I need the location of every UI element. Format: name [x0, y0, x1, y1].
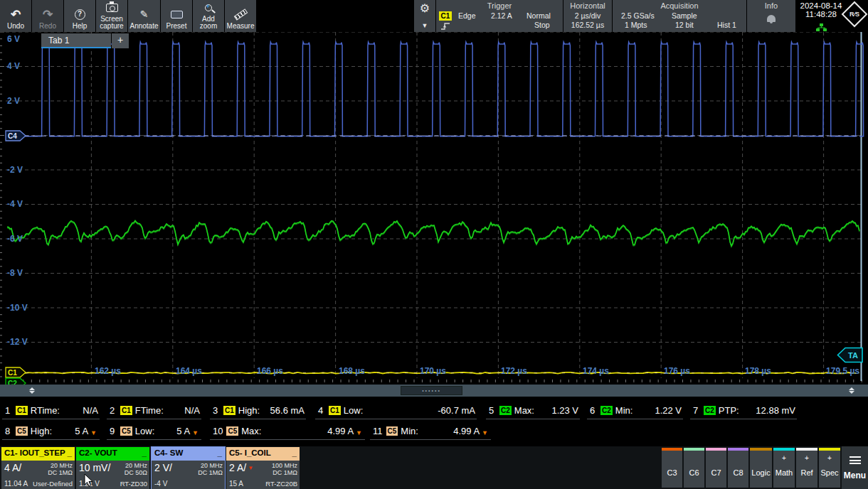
- scroll-arrows-right[interactable]: [847, 386, 857, 395]
- x-axis-label: 162 µs: [95, 366, 121, 376]
- info-block[interactable]: Info: [747, 0, 795, 32]
- hamburger-icon: [850, 456, 861, 464]
- annotate-button[interactable]: ✎ Annotate: [128, 0, 160, 32]
- x-axis-label: 170 µs: [420, 366, 446, 376]
- x-axis-label: 166 µs: [257, 366, 283, 376]
- info-title: Info: [747, 1, 795, 10]
- channel-box-c1[interactable]: C1- IOUT_STEP_ 4 A/ 20 MHzDC 1MΩ 11.04 A…: [1, 447, 75, 489]
- trigger-type: Edge: [458, 11, 476, 20]
- color-strip: [662, 448, 682, 451]
- logic-button[interactable]: Logic: [750, 448, 772, 488]
- datetime-block: 2024-08-14 11:48:28 R∕S: [796, 0, 868, 32]
- channel-box-c5[interactable]: C5- I_COIL_ 2 A/▼ 100 MHzDC 1MΩ 15 A RT-…: [226, 447, 300, 489]
- date-label: 2024-08-14: [796, 1, 846, 10]
- undo-button[interactable]: ↶ Undo: [0, 0, 31, 32]
- horizontal-scrollbar[interactable]: ••••••: [0, 385, 868, 397]
- measurement-cell[interactable]: 9C5Low:5 A▼: [107, 422, 201, 440]
- plus-icon: +: [773, 454, 795, 462]
- x-axis-label: 176 µs: [664, 366, 690, 376]
- edge-rising-icon: [440, 21, 450, 31]
- channel-offset: 15 A: [229, 480, 243, 488]
- x-axis-label: 164 µs: [176, 366, 202, 376]
- channel-bandwidth: 100 MHzDC 1MΩ: [272, 462, 297, 476]
- top-toolbar: ↶ Undo ↷ Redo ? Help Screen capture ✎ An…: [0, 0, 868, 32]
- acquisition-block[interactable]: Acquisition 2.5 GSa/s Sample 1 Mpts 12 b…: [613, 0, 746, 32]
- sample-rate: 2.5 GSa/s: [621, 11, 655, 20]
- limit-arrow-icon: ▼: [192, 429, 199, 436]
- channel-badge: C1: [329, 406, 341, 415]
- redo-button[interactable]: ↷ Redo: [32, 0, 63, 32]
- chevron-down-icon: ▼: [422, 22, 428, 29]
- measurement-cell[interactable]: 7C2PTP:12.88 mV: [690, 402, 797, 419]
- y-axis-label: 6 V: [7, 34, 20, 44]
- measurement-cell[interactable]: 8C5High:5 A▼: [2, 422, 100, 440]
- preset-button[interactable]: Preset: [161, 0, 192, 32]
- x-axis-label: 172 µs: [501, 366, 527, 376]
- channel-marker-c1[interactable]: C1: [5, 367, 28, 378]
- trigger-level: 2.12 A: [491, 11, 512, 20]
- measurement-cell[interactable]: 3C1High:56.6 mA: [210, 402, 306, 419]
- color-strip: [796, 448, 817, 451]
- channel-badge: C2: [499, 406, 512, 415]
- alert-icon: ▼: [248, 465, 253, 471]
- measurement-cell[interactable]: 5C2Max:1.23 V: [486, 402, 580, 419]
- channel-button-c8[interactable]: C8: [728, 448, 748, 488]
- channel-badge: C5: [386, 426, 398, 436]
- redo-icon: ↷: [43, 6, 53, 23]
- measurement-cell[interactable]: 10C5Max:4.99 A▼: [210, 422, 365, 440]
- color-strip: [728, 448, 748, 451]
- screen-capture-button[interactable]: Screen capture: [96, 0, 127, 32]
- measurement-cell[interactable]: 6C2Min:1.22 V: [587, 402, 683, 419]
- help-button[interactable]: ? Help: [64, 0, 95, 32]
- add-zoom-button[interactable]: Add zoom: [193, 0, 224, 32]
- color-strip: [684, 448, 704, 451]
- plus-icon: +: [796, 454, 817, 462]
- gear-icon: ⚙: [420, 1, 430, 15]
- add-tab-button[interactable]: +: [112, 33, 129, 48]
- svg-text:C4: C4: [8, 132, 17, 140]
- scrollbar-handle[interactable]: ••••••: [401, 386, 462, 395]
- math-button[interactable]: +Math: [773, 448, 795, 488]
- channel-button-c6[interactable]: C6: [684, 448, 704, 488]
- settings-button[interactable]: ⚙ ▼: [414, 0, 435, 32]
- oscilloscope-screen: { "toolbar": { "buttons": [ {"label":"Un…: [0, 0, 868, 489]
- measure-button[interactable]: Measure: [225, 0, 256, 32]
- channel-header: C1- IOUT_STEP_: [1, 447, 75, 461]
- horizontal-title: Horizontal: [563, 1, 612, 10]
- measurement-cell[interactable]: 1C1RTime:N/A: [2, 402, 100, 419]
- waveform-display[interactable]: 6 V 4 V 2 V -2 V -4 V -6 V -8 V -10 V -1…: [0, 32, 868, 385]
- limit-arrow-icon: ▼: [90, 429, 97, 436]
- channel-offset: 11.04 A: [4, 480, 28, 488]
- trigger-mode: Normal: [526, 11, 551, 20]
- horizontal-block[interactable]: Horizontal 2 µs/div 162.52 µs: [563, 0, 612, 32]
- channel-marker-c4[interactable]: C4: [5, 130, 28, 141]
- channel-button-c3[interactable]: C3: [662, 448, 682, 488]
- trigger-state: Stop: [534, 21, 550, 29]
- measurement-cell[interactable]: 11C5Min:4.99 A▼: [370, 422, 491, 440]
- svg-text:C2: C2: [8, 380, 17, 385]
- plus-icon: +: [819, 454, 840, 462]
- scroll-arrows-left[interactable]: [27, 386, 37, 395]
- channel-badge: C2: [704, 406, 716, 415]
- channel-scale: 2 A/▼: [229, 462, 253, 473]
- tab-1[interactable]: Tab 1: [41, 33, 111, 48]
- channel-header: C2- VOUT_: [76, 447, 149, 461]
- y-axis-label: 2 V: [7, 96, 20, 106]
- channel-header: C4- SW_: [152, 447, 225, 461]
- spec-button[interactable]: +Spec: [819, 448, 840, 488]
- channel-button-c7[interactable]: C7: [706, 448, 726, 488]
- y-axis-label: -4 V: [7, 199, 23, 209]
- ref-button[interactable]: +Ref: [796, 448, 817, 488]
- trigger-annotation-marker[interactable]: TA: [837, 347, 864, 363]
- channel-box-c4[interactable]: C4- SW_ 2 V/ 20 MHzDC 1MΩ -4 V: [152, 447, 225, 489]
- measurement-cell[interactable]: 4C1Low:-60.7 mA: [315, 402, 477, 419]
- channel-marker-c2[interactable]: C2: [5, 377, 28, 385]
- trigger-block[interactable]: Trigger C1 Edge 2.12 A Normal Stop: [436, 0, 563, 32]
- channel-header: C5- I_COIL_: [226, 447, 300, 461]
- record-length: 1 Mpts: [625, 21, 647, 29]
- acquisition-mode: Sample: [672, 11, 697, 20]
- menu-button[interactable]: Menu: [842, 446, 868, 489]
- channel-badge: C5: [226, 426, 238, 436]
- measurement-cell[interactable]: 2C1FTime:N/A: [107, 402, 201, 419]
- bell-icon: [767, 15, 776, 22]
